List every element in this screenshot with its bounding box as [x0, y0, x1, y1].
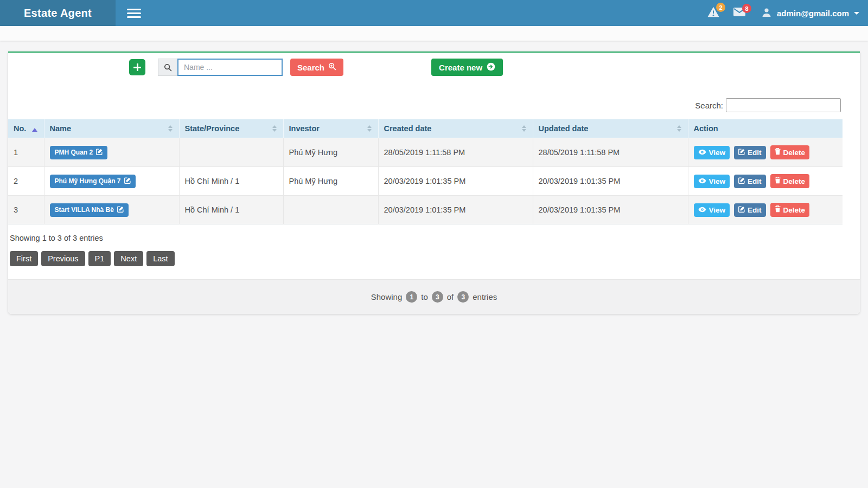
- sort-icon: [367, 123, 372, 134]
- sort-icon: [272, 123, 277, 134]
- cell-name: Start ViLLA Nhà Bè: [44, 196, 179, 224]
- messages-button[interactable]: 8: [729, 3, 750, 23]
- navbar-right: 2 8 admin@gmail.com: [703, 0, 868, 26]
- cell-investor: Phú Mỹ Hưng: [283, 138, 378, 167]
- cell-name: Phú Mỹ Hưng Quận 7: [44, 167, 179, 196]
- view-button[interactable]: View: [694, 203, 730, 217]
- project-name-badge[interactable]: Start ViLLA Nhà Bè: [50, 203, 129, 217]
- hamburger-icon: [127, 9, 141, 10]
- cell-no: 2: [8, 167, 44, 196]
- cell-state: Hồ Chí Minh / 1: [179, 196, 283, 224]
- view-button[interactable]: View: [694, 175, 730, 188]
- projects-table: No. Name State/Province Investor Created…: [8, 119, 843, 224]
- alerts-button[interactable]: 2: [703, 2, 724, 24]
- table-row: 2 Phú Mỹ Hưng Quận 7 Hồ Chí Minh / 1 Phú…: [8, 167, 843, 196]
- cell-investor: Phú Mỹ Hưng: [283, 167, 378, 196]
- datatable-search-label: Search:: [695, 101, 723, 110]
- cell-actions: View Edit Delete: [688, 167, 843, 196]
- trash-icon: [775, 206, 781, 214]
- column-header-created[interactable]: Created date: [378, 119, 533, 138]
- column-header-investor[interactable]: Investor: [283, 119, 378, 138]
- app-brand[interactable]: Estate Agent: [0, 0, 116, 26]
- edit-button[interactable]: Edit: [734, 146, 766, 159]
- project-name-badge[interactable]: Phú Mỹ Hưng Quận 7: [50, 175, 136, 188]
- edit-button[interactable]: Edit: [734, 203, 766, 217]
- page-previous-button[interactable]: Previous: [41, 251, 85, 266]
- pagination: First Previous P1 Next Last: [10, 251, 860, 279]
- eye-icon: [698, 177, 706, 185]
- footer-total-badge: 3: [457, 291, 469, 303]
- footer-of-text: of: [447, 292, 454, 301]
- user-icon: [761, 7, 772, 20]
- cell-updated: 28/05/2019 1:11:58 PM: [533, 138, 688, 167]
- sort-ascending-icon: [32, 125, 37, 132]
- delete-button[interactable]: Delete: [770, 203, 810, 217]
- top-navbar: Estate Agent 2 8 admin@gmail.com: [0, 0, 868, 26]
- cell-investor: [283, 196, 378, 224]
- card-footer: Showing 1 to 3 of 3 entries: [8, 279, 860, 314]
- edit-icon: [738, 206, 745, 214]
- sort-icon: [168, 123, 173, 134]
- create-new-button[interactable]: Create new: [431, 59, 503, 76]
- edit-icon: [117, 206, 124, 214]
- edit-icon: [738, 177, 745, 185]
- delete-button[interactable]: Delete: [770, 145, 810, 159]
- search-button[interactable]: Search: [290, 59, 343, 76]
- footer-showing-text: Showing: [371, 292, 403, 301]
- caret-down-icon: [854, 12, 859, 17]
- search-button-label: Search: [297, 63, 324, 72]
- column-header-name[interactable]: Name: [44, 119, 179, 138]
- edit-button[interactable]: Edit: [734, 175, 766, 188]
- name-filter-input[interactable]: [177, 59, 283, 76]
- menu-toggle-button[interactable]: [127, 0, 141, 26]
- alerts-count-badge: 2: [716, 3, 725, 12]
- footer-from-badge: 1: [406, 291, 417, 303]
- column-header-state[interactable]: State/Province: [179, 119, 283, 138]
- cell-state: [179, 138, 283, 167]
- eye-icon: [698, 206, 706, 214]
- cell-actions: View Edit Delete: [688, 138, 843, 167]
- cell-name: PMH Quan 2: [44, 138, 179, 167]
- page-next-button[interactable]: Next: [114, 251, 143, 266]
- cell-no: 1: [8, 138, 44, 167]
- footer-entries-text: entries: [473, 292, 497, 301]
- page-last-button[interactable]: Last: [146, 251, 174, 266]
- cell-updated: 20/03/2019 1:01:35 PM: [533, 196, 688, 224]
- entries-info: Showing 1 to 3 of 3 entries: [10, 234, 860, 242]
- user-menu[interactable]: admin@gmail.com: [761, 7, 859, 20]
- add-button[interactable]: [129, 59, 145, 75]
- view-button[interactable]: View: [694, 146, 730, 159]
- edit-icon: [124, 177, 131, 185]
- create-new-label: Create new: [439, 63, 482, 72]
- delete-button[interactable]: Delete: [770, 174, 810, 188]
- page-1-button[interactable]: P1: [88, 251, 111, 266]
- column-header-updated[interactable]: Updated date: [533, 119, 688, 138]
- project-name-badge[interactable]: PMH Quan 2: [50, 146, 108, 159]
- table-header-row: No. Name State/Province Investor Created…: [8, 119, 843, 138]
- table-row: 1 PMH Quan 2 Phú Mỹ Hưng 28/05/2019 1:11…: [8, 138, 843, 167]
- trash-icon: [775, 177, 781, 185]
- datatable-search-input[interactable]: [726, 98, 841, 112]
- cell-created: 28/05/2019 1:11:58 PM: [378, 138, 533, 167]
- messages-count-badge: 8: [742, 4, 751, 13]
- column-header-action[interactable]: Action: [688, 119, 843, 138]
- edit-icon: [738, 149, 745, 157]
- footer-to-text: to: [421, 292, 428, 301]
- projects-card: Search Create new Search:: [8, 52, 860, 314]
- search-icon: [158, 59, 177, 76]
- trash-icon: [775, 148, 781, 157]
- arrow-circle-right-icon: [487, 62, 495, 73]
- table-row: 3 Start ViLLA Nhà Bè Hồ Chí Minh / 1 20/…: [8, 196, 843, 224]
- column-header-no[interactable]: No.: [8, 119, 44, 138]
- app-title: Estate Agent: [24, 7, 92, 20]
- cell-created: 20/03/2019 1:01:35 PM: [378, 167, 533, 196]
- content-header: [0, 26, 868, 41]
- page-first-button[interactable]: First: [10, 251, 38, 266]
- name-filter-group: [158, 59, 283, 76]
- sort-icon: [522, 123, 526, 134]
- footer-to-badge: 3: [432, 291, 443, 303]
- toolbar: Search Create new: [8, 53, 860, 76]
- cell-no: 3: [8, 196, 44, 224]
- cell-updated: 20/03/2019 1:01:35 PM: [533, 167, 688, 196]
- sort-icon: [677, 123, 681, 134]
